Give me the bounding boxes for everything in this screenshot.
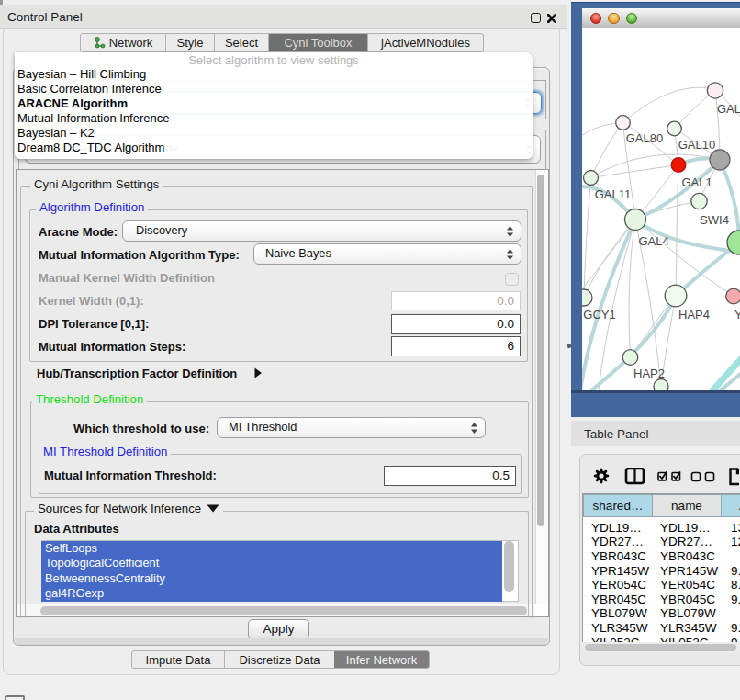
svg-text:GAL80: GAL80 [626, 131, 663, 145]
svg-text:HAP2: HAP2 [633, 367, 665, 380]
svg-text:GAL1: GAL1 [681, 175, 712, 189]
svg-text:GCY1: GCY1 [583, 308, 615, 322]
svg-text:GAL4: GAL4 [638, 234, 668, 248]
svg-text:YJ: YJ [734, 308, 740, 322]
svg-text:GAL11: GAL11 [595, 187, 632, 201]
svg-text:GAL2: GAL2 [717, 102, 740, 116]
svg-text:SWI4: SWI4 [700, 213, 729, 227]
svg-text:GAL10: GAL10 [678, 138, 715, 152]
svg-text:HAP4: HAP4 [678, 308, 710, 322]
